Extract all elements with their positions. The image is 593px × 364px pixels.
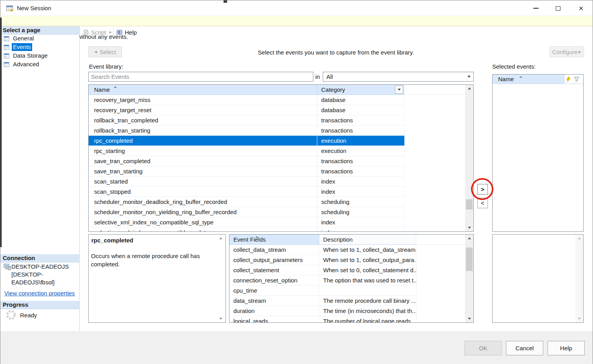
header-filler xyxy=(404,85,465,95)
event-row[interactable]: scan_startedindex xyxy=(89,177,405,187)
cell: selective_xml_index_no_compatible_xsd_ty… xyxy=(89,228,317,232)
event-row[interactable]: scheduler_monitor_non_yielding_ring_buff… xyxy=(89,207,405,217)
event-library-label: Event library: xyxy=(89,63,124,70)
sidebar-item-advanced[interactable]: Advanced xyxy=(0,60,79,69)
event-library-table: Name Category recovery_target_missdataba… xyxy=(88,84,474,232)
cell: When set to 1, collect_output_para... xyxy=(319,255,416,265)
in-label: in xyxy=(315,73,320,80)
scrollbar-thumb[interactable] xyxy=(466,248,473,271)
event-row[interactable]: rollback_tran_completedtransactions xyxy=(89,115,405,126)
scroll-up-button[interactable] xyxy=(575,235,583,242)
minimize-button[interactable] xyxy=(526,0,546,16)
script-button[interactable]: Script xyxy=(81,27,112,38)
cell: rpc_completed xyxy=(89,136,317,146)
column-header-name[interactable]: Name xyxy=(89,85,317,95)
scroll-down-button[interactable] xyxy=(575,315,583,322)
field-row[interactable]: collect_statementWhen set to 0, collect_… xyxy=(229,265,417,275)
search-box xyxy=(88,72,313,82)
cell: connection_reset_option xyxy=(229,275,319,285)
scroll-up-button[interactable] xyxy=(465,235,473,242)
cancel-button[interactable]: Cancel xyxy=(506,341,543,355)
script-dropdown-icon xyxy=(109,32,112,33)
sidebar-item-events[interactable]: Events xyxy=(0,43,79,51)
close-icon: × xyxy=(579,4,584,13)
event-row[interactable]: rollback_tran_startingtransactions xyxy=(89,126,405,136)
maximize-button[interactable] xyxy=(546,0,569,16)
panel-scrollbar[interactable] xyxy=(575,235,583,322)
sort-ascending-icon xyxy=(255,236,258,238)
cell: scan_stopped xyxy=(89,187,317,197)
search-input[interactable] xyxy=(89,72,313,81)
sidebar-item-data-storage[interactable]: Data Storage xyxy=(0,51,79,60)
field-row[interactable]: durationThe time (in microseconds) that … xyxy=(229,306,417,316)
cell: The number of logical page reads... xyxy=(319,316,416,322)
cell: execution xyxy=(317,146,404,156)
event-row[interactable]: recovery_target_missdatabase xyxy=(89,95,405,105)
filter-icon[interactable] xyxy=(574,76,580,82)
cell: collect_statement xyxy=(229,265,319,275)
lightning-icon[interactable] xyxy=(566,76,571,82)
cell: collect_output_parameters xyxy=(229,255,319,265)
events-scrollbar[interactable] xyxy=(465,85,473,231)
field-row[interactable]: cpu_time xyxy=(229,286,417,296)
field-row[interactable]: data_streamThe remote procedure call bin… xyxy=(229,296,417,306)
remove-event-button[interactable]: < xyxy=(477,198,488,208)
column-header-description[interactable]: Description xyxy=(319,235,416,245)
scroll-up-icon[interactable] xyxy=(219,237,222,239)
scroll-up-button[interactable] xyxy=(465,85,473,92)
footer xyxy=(0,331,593,364)
event-row[interactable]: rpc_startingexecution xyxy=(89,146,405,156)
scroll-down-button[interactable] xyxy=(465,315,473,322)
selected-events-panel: Name xyxy=(492,74,584,232)
dropdown-button[interactable] xyxy=(465,73,473,81)
category-filter-button[interactable] xyxy=(395,86,403,94)
field-row[interactable]: collect_data_streamWhen set to 1, collec… xyxy=(229,245,417,255)
script-label: Script xyxy=(91,29,106,36)
field-row[interactable]: collect_output_parametersWhen set to 1, … xyxy=(229,255,417,265)
column-header-event-fields[interactable]: Event Fields xyxy=(229,235,319,245)
column-header-category[interactable]: Category xyxy=(317,85,404,95)
server-icon xyxy=(4,264,11,270)
scroll-down-button[interactable] xyxy=(465,224,473,231)
event-row[interactable]: rpc_completedexecution xyxy=(89,136,405,146)
fields-scrollbar[interactable] xyxy=(465,235,473,322)
column-header-label: Event Fields xyxy=(233,236,266,243)
cell: When set to 1, collect_data_stream... xyxy=(319,245,416,255)
cell: save_tran_completed xyxy=(89,156,317,166)
column-header-label: Name xyxy=(94,86,110,93)
help-toolbar-button[interactable]: ? Help xyxy=(116,27,137,38)
help-label: Help xyxy=(125,29,137,36)
event-row[interactable]: scan_stoppedindex xyxy=(89,187,405,197)
help-icon: ? xyxy=(116,29,123,36)
configure-button[interactable]: Configure ▶ xyxy=(549,46,584,57)
event-row[interactable]: save_tran_startingtransactions xyxy=(89,166,405,177)
sidebar: Select a page GeneralEventsData StorageA… xyxy=(0,26,80,331)
cell: scan_started xyxy=(89,177,317,186)
event-detail-title: rpc_completed xyxy=(91,237,133,244)
view-connection-properties-link[interactable]: View connection properties xyxy=(4,290,75,297)
sidebar-item-label: General xyxy=(12,35,35,42)
close-button[interactable]: × xyxy=(569,0,593,16)
cell: cpu_time xyxy=(229,286,319,295)
field-row[interactable]: logical_readsThe number of logical page … xyxy=(229,316,417,322)
event-fields-table-body: collect_data_streamWhen set to 1, collec… xyxy=(229,245,417,322)
field-row[interactable]: connection_reset_optionThe option that w… xyxy=(229,275,417,286)
scrollbar-thumb[interactable] xyxy=(466,199,473,209)
category-filter-dropdown[interactable]: All xyxy=(323,72,474,82)
add-event-button[interactable]: > xyxy=(477,184,488,195)
event-row[interactable]: scheduler_monitor_deadlock_ring_buffer_r… xyxy=(89,197,405,207)
sidebar-item-general[interactable]: General xyxy=(0,34,79,43)
event-row[interactable]: save_tran_completedtransactions xyxy=(89,156,405,166)
event-row[interactable]: selective_xml_index_no_compatible_sql_ty… xyxy=(89,217,405,228)
title-bar[interactable]: New Session × xyxy=(0,0,593,16)
toolbar-separator xyxy=(113,28,114,36)
event-row[interactable]: selective_xml_index_no_compatible_xsd_ty… xyxy=(89,228,405,232)
select-button[interactable]: ◀ Select xyxy=(88,46,122,57)
selected-events-list xyxy=(493,84,583,231)
help-button[interactable]: Help xyxy=(548,341,585,355)
scroll-down-icon[interactable] xyxy=(219,318,222,320)
category-filter-value: All xyxy=(326,72,333,81)
ok-button[interactable]: OK xyxy=(464,341,502,355)
selected-events-column-header[interactable]: Name xyxy=(493,75,564,84)
event-row[interactable]: recovery_target_resetdatabase xyxy=(89,105,405,115)
